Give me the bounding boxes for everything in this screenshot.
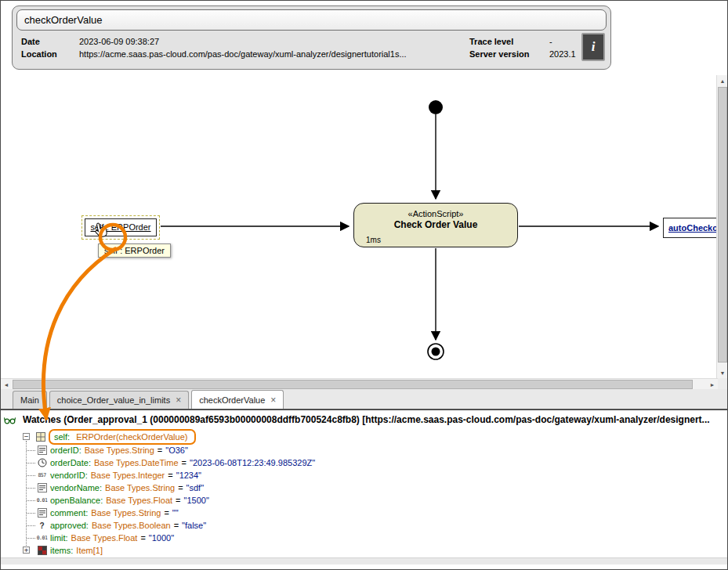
trace-level-label: Trace level (469, 37, 549, 46)
location-value: https://acme.saas.pas-cloud.com/pas-doc/… (79, 49, 407, 59)
watch-value: "2023-06-08T12:23:49.985329Z" (190, 458, 315, 467)
tree-connector (27, 538, 35, 539)
watch-row-vendorid[interactable]: 857 vendorID: Base Types.Integer = "1234… (23, 469, 728, 482)
watch-name: openBalance: (50, 496, 103, 505)
close-tab-icon[interactable]: × (270, 395, 276, 405)
watch-value: "sdf" (187, 483, 204, 492)
watch-row-orderid[interactable]: orderID: Base Types.String = "O36" (23, 444, 728, 456)
info-button[interactable]: i (581, 33, 605, 61)
info-icon: i (592, 39, 596, 55)
action-stereotype: «ActionScript» (354, 209, 517, 218)
watch-value: "1000" (149, 533, 174, 543)
watch-name: vendorName: (50, 483, 102, 492)
watch-row-approved[interactable]: ? approved: Base Types.Boolean = "false" (23, 519, 728, 532)
action-name: Check Order Value (354, 219, 517, 230)
date-label: Date (21, 37, 79, 46)
watch-row-vendorname[interactable]: vendorName: Base Types.String = "sdf" (23, 482, 728, 494)
watch-type: Base Types.DateTime (94, 458, 179, 467)
page-title: checkOrderValue (16, 9, 607, 31)
watch-value: "1234" (176, 471, 201, 480)
object-icon (34, 432, 46, 442)
watch-name: items: (50, 546, 73, 555)
watches-icon (4, 415, 16, 424)
watch-type: Base Types.String (105, 483, 175, 492)
tab-label: Main (20, 395, 39, 405)
equals-sign: = (178, 483, 183, 492)
tooltip: self : ERPOrder (98, 244, 171, 258)
string-type-icon (36, 508, 48, 518)
date-value: 2023-06-09 09:38:27 (79, 37, 407, 46)
string-type-icon (36, 446, 48, 455)
equals-sign: = (158, 446, 162, 455)
panel-edge (1, 557, 728, 565)
action-duration: 1ms (366, 236, 381, 244)
equals-sign: = (176, 496, 180, 505)
equals-sign: = (164, 508, 168, 518)
trace-info: Date 2023-06-09 09:38:27 Location https:… (16, 32, 607, 67)
tree-connector (27, 525, 35, 526)
tree-connector (27, 513, 35, 514)
diagram-horizontal-scrollbar[interactable]: ◄ ► (1, 378, 718, 389)
scroll-up-icon[interactable]: ▲ (717, 75, 728, 86)
watches-tree: − self: ERPOrder(checkOrderValue) orderI… (23, 429, 728, 557)
vertical-scrollbar-thumb[interactable] (718, 87, 727, 363)
tree-connector (27, 500, 35, 501)
boolean-type-icon: ? (36, 521, 48, 530)
close-tab-icon[interactable]: × (176, 395, 181, 405)
diagram-vertical-scrollbar[interactable]: ▲ ▼ (716, 75, 727, 378)
watch-name: orderID: (50, 446, 81, 455)
trace-info-left: Date 2023-06-09 09:38:27 Location https:… (21, 37, 407, 59)
watch-type: ERPOrder(checkOrderValue) (76, 432, 187, 442)
watch-name: self: (54, 432, 70, 442)
horizontal-scrollbar-thumb[interactable] (13, 380, 693, 389)
scroll-right-icon[interactable]: ► (707, 379, 718, 390)
trace-header-panel: checkOrderValue Date 2023-06-09 09:38:27… (12, 5, 611, 70)
watches-title: Watches (Order_approval_1 (000000089af65… (23, 414, 710, 425)
final-node-core (432, 348, 440, 356)
watch-type: Base Types.Float (71, 533, 138, 543)
self-highlight-annotation: self: ERPOrder(checkOrderValue) (49, 429, 196, 445)
equals-sign: = (168, 471, 172, 480)
trace-info-right: Trace level - Server version 2023.1 (469, 37, 576, 59)
initial-node[interactable] (429, 100, 443, 114)
watch-row-self[interactable]: − self: ERPOrder(checkOrderValue) (23, 429, 728, 444)
watch-value: "false" (182, 521, 206, 530)
equals-sign: = (174, 521, 179, 530)
scroll-left-icon[interactable]: ◄ (1, 379, 12, 390)
watch-value: "O36" (165, 446, 188, 455)
watch-name: comment: (50, 508, 88, 518)
integer-type-icon: 857 (36, 472, 48, 478)
watch-row-openbalance[interactable]: 0.01 openBalance: Base Types.Float = "15… (23, 494, 728, 507)
watch-row-comment[interactable]: comment: Base Types.String = "" (23, 507, 728, 519)
watch-name: vendorID: (50, 471, 88, 480)
watch-row-items[interactable]: + items: Item[1] (23, 544, 728, 557)
watch-type: Base Types.String (85, 446, 154, 455)
watch-row-limit[interactable]: 0.01 limit: Base Types.Float = "1000" (23, 532, 728, 544)
datetime-type-icon (36, 458, 48, 467)
tab-checkordervalue[interactable]: checkOrderValue × (191, 390, 284, 409)
diagram-canvas[interactable]: «ActionScript» Check Order Value 1ms sel… (1, 71, 718, 378)
watch-type: Base Types.Boolean (92, 521, 171, 530)
float-type-icon: 0.01 (36, 535, 48, 541)
tree-connector (27, 450, 35, 451)
scroll-down-icon[interactable]: ▼ (717, 367, 728, 378)
watch-row-orderdate[interactable]: orderDate: Base Types.DateTime = "2023-0… (23, 456, 728, 469)
tab-label: choice_Order_value_in_limits (57, 395, 170, 405)
equals-sign: = (182, 458, 187, 467)
array-type-icon (36, 546, 48, 555)
expand-icon[interactable]: + (23, 547, 30, 554)
server-version-label: Server version (469, 49, 549, 59)
tab-choice-order-value-in-limits[interactable]: choice_Order_value_in_limits × (49, 391, 189, 409)
tab-label: checkOrderValue (199, 395, 265, 405)
xuml-analyzer-window: checkOrderValue Date 2023-06-09 09:38:27… (0, 0, 728, 570)
tab-main[interactable]: Main (13, 391, 47, 409)
object-node-autocheckout[interactable]: autoCheckou (663, 218, 718, 238)
watch-name: orderDate: (50, 458, 91, 467)
tree-connector (27, 463, 35, 464)
collapse-icon[interactable]: − (23, 433, 30, 440)
watch-value: "" (172, 508, 179, 518)
equals-sign: = (140, 533, 145, 543)
action-node-check-order-value[interactable]: «ActionScript» Check Order Value 1ms (353, 203, 518, 247)
watch-type: Base Types.String (91, 508, 161, 518)
server-version-value: 2023.1 (549, 49, 576, 59)
